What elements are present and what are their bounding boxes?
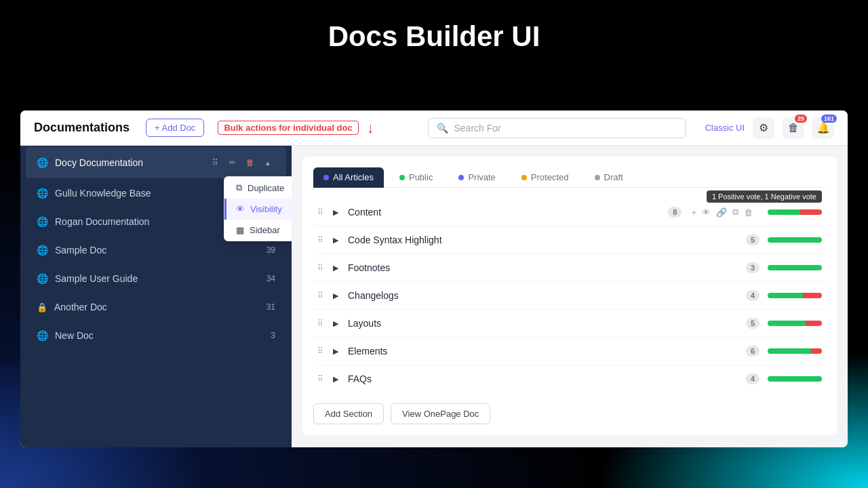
article-name: Elements — [348, 346, 741, 357]
add-section-button[interactable]: Add Section — [313, 403, 384, 424]
vote-bar-container: 1 Positive vote, 1 Negative vote — [760, 209, 822, 215]
sidebar-item-new-doc[interactable]: 🌐 New Doc 3 — [26, 322, 286, 349]
article-name: Changelogs — [348, 290, 741, 301]
vote-bar — [768, 209, 822, 215]
chevron-up-icon[interactable]: ▲ — [260, 155, 275, 170]
tab-dot-private — [458, 175, 464, 180]
expand-button[interactable]: ▶ — [329, 372, 342, 386]
expand-button[interactable]: ▶ — [329, 205, 342, 219]
bulk-actions-dropdown: ⧉ Duplicate 👁 Visibility ▦ Sidebar — [224, 176, 292, 241]
drag-handle[interactable]: ⠿ — [317, 346, 323, 356]
sidebar-item-sample-user-guide[interactable]: 🌐 Sample User Guide 34 — [26, 265, 286, 292]
header-right: Classic UI ⚙ 🗑 25 🔔 161 — [705, 117, 834, 139]
vote-bar — [768, 376, 822, 382]
search-bar[interactable]: 🔍 Search For — [428, 118, 686, 138]
globe-icon: 🌐 — [37, 157, 48, 168]
sidebar-item-label: Sample Doc — [55, 245, 260, 256]
drag-handle[interactable]: ⠿ — [317, 319, 323, 328]
article-name: FAQs — [348, 373, 741, 384]
visibility-menu-item[interactable]: 👁 Visibility — [224, 199, 292, 220]
globe-icon: 🌐 — [37, 273, 48, 284]
footer-buttons: Add Section View OnePage Doc — [313, 403, 826, 424]
header-bar: Documentations + Add Doc Bulk actions fo… — [20, 110, 848, 146]
sidebar-icon: ▦ — [236, 225, 244, 235]
expand-button[interactable]: ▶ — [329, 344, 342, 358]
trash-icon: 🗑 — [788, 122, 799, 134]
table-row: ⠿ ▶ Elements 6 — [313, 338, 826, 365]
visibility-icon: 👁 — [236, 204, 245, 214]
visibility-label: Visibility — [250, 204, 282, 214]
expand-button[interactable]: ▶ — [329, 261, 342, 274]
search-placeholder: Search For — [454, 123, 500, 134]
sidebar-item-count: 31 — [267, 302, 275, 312]
sidebar-item-count: 34 — [267, 274, 275, 283]
tab-public[interactable]: Public — [389, 167, 443, 188]
tab-dot-public — [399, 175, 405, 180]
body-layout: 🌐 Docy Documentation ⠿ ✏ 🗑 ▲ ⧉ Duplicate… — [20, 146, 848, 447]
tab-dot-protected — [521, 175, 527, 180]
drag-handle[interactable]: ⠿ — [317, 291, 323, 300]
tab-protected-label: Protected — [531, 172, 569, 182]
copy-icon[interactable]: ⧉ — [731, 205, 740, 219]
drag-handle[interactable]: ⠿ — [317, 235, 323, 245]
bell-icon: 🔔 — [816, 121, 830, 134]
vote-bar — [768, 293, 822, 298]
globe-icon: 🌐 — [37, 188, 48, 199]
vote-bar — [768, 321, 822, 326]
vote-negative — [811, 348, 822, 354]
edit-icon[interactable]: ✏ — [225, 155, 240, 170]
vote-positive — [768, 265, 822, 270]
drag-handle[interactable]: ⠿ — [317, 374, 323, 384]
tab-protected[interactable]: Protected — [511, 167, 579, 188]
sidebar-label: Sidebar — [250, 225, 280, 235]
tab-dot-all — [323, 175, 329, 180]
settings-button[interactable]: ⚙ — [753, 117, 774, 139]
sidebar-item-docy-doc[interactable]: 🌐 Docy Documentation ⠿ ✏ 🗑 ▲ — [26, 147, 286, 178]
vote-negative — [803, 293, 822, 298]
add-doc-button[interactable]: + Add Doc — [146, 119, 204, 137]
main-content: All Articles Public Private Protected — [292, 146, 848, 447]
expand-button[interactable]: ▶ — [329, 317, 342, 330]
tab-all-articles[interactable]: All Articles — [313, 167, 384, 188]
classic-ui-link[interactable]: Classic UI — [705, 123, 745, 133]
drag-handle[interactable]: ⠿ — [317, 263, 323, 272]
tab-private-label: Private — [468, 172, 495, 182]
expand-button[interactable]: ▶ — [329, 289, 342, 302]
arrow-indicator: ↓ — [367, 119, 374, 137]
vote-positive — [768, 376, 822, 382]
sidebar-item-another-doc[interactable]: 🔒 Another Doc 31 — [26, 293, 286, 321]
duplicate-label: Duplicate — [248, 183, 284, 193]
delete-icon[interactable]: 🗑 — [243, 155, 258, 170]
vote-negative — [806, 321, 822, 326]
vote-tooltip: 1 Positive vote, 1 Negative vote — [707, 190, 822, 203]
notifications-button[interactable]: 🔔 161 — [812, 117, 834, 139]
vote-bar — [768, 237, 822, 243]
sidebar-item-label: Sample User Guide — [55, 273, 260, 284]
article-count: 4 — [746, 373, 760, 384]
duplicate-icon: ⧉ — [236, 182, 242, 193]
tab-private[interactable]: Private — [448, 167, 505, 188]
sidebar-menu-item[interactable]: ▦ Sidebar — [224, 220, 292, 241]
drag-icon[interactable]: ⠿ — [208, 155, 222, 170]
sidebar-item-label: Docy Documentation — [55, 157, 198, 168]
page-title: Docs Builder UI — [328, 20, 540, 53]
view-onepage-button[interactable]: View OnePage Doc — [391, 403, 490, 424]
trash-button[interactable]: 🗑 25 — [783, 117, 804, 139]
sidebar: 🌐 Docy Documentation ⠿ ✏ 🗑 ▲ ⧉ Duplicate… — [20, 146, 292, 447]
vote-positive — [768, 293, 803, 298]
duplicate-menu-item[interactable]: ⧉ Duplicate — [224, 177, 292, 199]
tab-draft[interactable]: Draft — [585, 167, 633, 188]
main-window: Documentations + Add Doc Bulk actions fo… — [20, 110, 848, 447]
lock-icon: 🔒 — [37, 302, 47, 312]
app-title: Documentations — [34, 121, 130, 135]
view-icon[interactable]: 👁 — [701, 206, 712, 219]
article-count: 3 — [746, 262, 760, 273]
trash-icon[interactable]: 🗑 — [743, 206, 754, 219]
add-icon[interactable]: + — [690, 206, 698, 219]
drag-handle[interactable]: ⠿ — [317, 207, 323, 217]
vote-positive — [768, 348, 811, 354]
link-icon[interactable]: 🔗 — [715, 206, 728, 219]
expand-button[interactable]: ▶ — [329, 233, 342, 247]
vote-bar — [768, 265, 822, 270]
sidebar-item-count: 3 — [271, 331, 275, 340]
